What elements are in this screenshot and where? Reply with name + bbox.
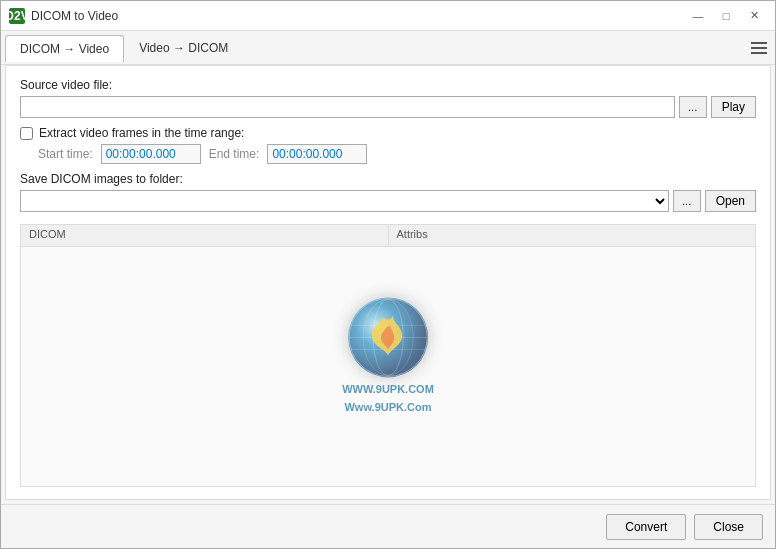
watermark-text-line2: Www.9UPK.Com [344, 401, 431, 413]
start-time-input[interactable] [101, 144, 201, 164]
col-attribs: Attribs [389, 225, 756, 246]
watermark-globe-svg [348, 297, 428, 377]
save-folder-select[interactable] [20, 190, 669, 212]
source-video-input[interactable] [20, 96, 675, 118]
title-bar: D2V DICOM to Video — □ ✕ [1, 1, 775, 31]
start-time-label: Start time: [38, 147, 93, 161]
tab-dicom-to-video[interactable]: DICOM → Video [5, 35, 124, 62]
source-video-row: ... Play [20, 96, 756, 118]
save-folder-browse-button[interactable]: ... [673, 190, 701, 212]
watermark-text-line1: WWW.9UPK.COM [342, 383, 434, 395]
source-video-group: Source video file: ... Play [20, 78, 756, 118]
end-time-input[interactable] [267, 144, 367, 164]
open-folder-button[interactable]: Open [705, 190, 756, 212]
tab-video-to-dicom[interactable]: Video → DICOM [124, 34, 243, 61]
svg-point-1 [373, 299, 403, 375]
window-title: DICOM to Video [31, 9, 685, 23]
source-video-browse-button[interactable]: ... [679, 96, 707, 118]
close-window-button[interactable]: ✕ [741, 6, 767, 26]
file-table-header: DICOM Attribs [21, 225, 755, 247]
main-content: Source video file: ... Play Extract vide… [5, 65, 771, 500]
file-area: DICOM Attribs [20, 224, 756, 487]
extract-label: Extract video frames in the time range: [39, 126, 244, 140]
save-folder-row: ... Open [20, 190, 756, 212]
extract-group: Extract video frames in the time range: … [20, 126, 756, 164]
watermark: WWW.9UPK.COM Www.9UPK.Com [342, 297, 434, 413]
col-dicom: DICOM [21, 225, 389, 246]
save-folder-group: Save DICOM images to folder: ... Open [20, 172, 756, 212]
app-icon: D2V [9, 8, 25, 24]
extract-checkbox-row: Extract video frames in the time range: [20, 126, 756, 140]
convert-button[interactable]: Convert [606, 514, 686, 540]
maximize-button[interactable]: □ [713, 6, 739, 26]
close-button[interactable]: Close [694, 514, 763, 540]
extract-checkbox[interactable] [20, 127, 33, 140]
end-time-label: End time: [209, 147, 260, 161]
time-range-row: Start time: End time: [20, 144, 756, 164]
play-button[interactable]: Play [711, 96, 756, 118]
tab-bar: DICOM → Video Video → DICOM [1, 31, 775, 65]
watermark-globe [348, 297, 428, 377]
window-controls: — □ ✕ [685, 6, 767, 26]
minimize-button[interactable]: — [685, 6, 711, 26]
footer: Convert Close [1, 504, 775, 548]
main-window: D2V DICOM to Video — □ ✕ DICOM → Video V… [0, 0, 776, 549]
svg-point-2 [363, 299, 413, 375]
svg-point-0 [349, 298, 427, 376]
menu-icon[interactable] [747, 36, 771, 60]
file-area-body: WWW.9UPK.COM Www.9UPK.Com [21, 247, 755, 486]
source-video-label: Source video file: [20, 78, 756, 92]
save-folder-label: Save DICOM images to folder: [20, 172, 756, 186]
